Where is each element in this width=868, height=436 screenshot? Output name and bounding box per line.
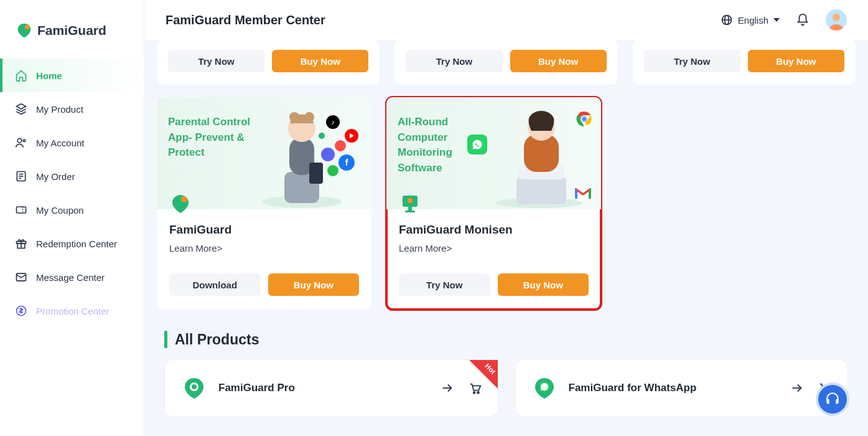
featured-card-famiguard: Parental Control App- Prevent & Protect [157, 97, 371, 310]
brand-name: FamiGuard [37, 23, 106, 38]
hero-banner: All-Round Computer Monitoring Software [386, 97, 601, 209]
mail-icon [15, 271, 27, 283]
svg-point-55 [477, 392, 479, 394]
headset-icon [824, 391, 841, 407]
svg-point-34 [327, 165, 338, 176]
sidebar-item-message[interactable]: Message Center [0, 260, 144, 294]
topbar: FamiGuard Member Center English [144, 0, 868, 40]
svg-point-54 [473, 392, 475, 394]
sidebar: FamiGuard Home My Product My Account My … [0, 0, 144, 436]
gift-icon [15, 237, 27, 250]
try-now-button[interactable]: Try Now [406, 50, 502, 72]
sidebar-item-home[interactable]: Home [0, 59, 144, 92]
product-card: Try Now Buy Now [157, 40, 380, 85]
sidebar-item-my-product[interactable]: My Product [0, 92, 144, 126]
svg-rect-50 [405, 211, 415, 212]
sidebar-item-label: My Product [36, 104, 83, 115]
try-now-button[interactable]: Try Now [399, 273, 490, 296]
product-title: FamiGuard [169, 223, 359, 237]
brand-logo[interactable]: FamiGuard [0, 0, 144, 59]
svg-point-45 [582, 117, 586, 121]
hot-badge: Hot [469, 360, 498, 389]
product-card: Try Now Buy Now [633, 40, 856, 85]
learn-more-link[interactable]: Learn More> [169, 243, 359, 254]
featured-row: Parental Control App- Prevent & Protect [157, 97, 856, 310]
logo-icon [15, 21, 34, 40]
sidebar-item-promotion[interactable]: Promotion Center [0, 294, 144, 328]
chrome-icon [576, 111, 592, 127]
child-phone-illustration: f ♪ [253, 103, 365, 209]
coupon-icon [15, 204, 27, 216]
whatsapp-icon [467, 135, 487, 154]
arrow-right-icon[interactable] [441, 381, 454, 395]
all-products-row: FamiGuard Pro Hot FamiGuard for WhatsApp [157, 359, 856, 417]
globe-icon [721, 14, 733, 26]
arrow-right-icon[interactable] [790, 381, 804, 395]
sidebar-item-label: Home [36, 70, 62, 81]
svg-text:f: f [345, 158, 348, 168]
svg-point-35 [319, 133, 325, 139]
sidebar-item-label: Redemption Center [36, 239, 117, 249]
bell-icon [796, 13, 810, 27]
layers-icon [15, 103, 27, 115]
user-icon [15, 136, 27, 149]
page-title: FamiGuard Member Center [166, 13, 325, 27]
sidebar-item-label: My Account [36, 138, 85, 148]
dollar-icon [15, 305, 27, 317]
download-button[interactable]: Download [169, 273, 261, 296]
sidebar-item-redemption[interactable]: Redemption Center [0, 227, 144, 260]
section-title: All Products [175, 331, 259, 348]
chat-support-button[interactable] [816, 382, 849, 416]
language-label: English [738, 15, 768, 26]
product-logo-icon [399, 193, 421, 216]
buy-now-button[interactable]: Buy Now [272, 50, 368, 72]
gmail-icon [574, 186, 592, 201]
product-card: Try Now Buy Now [394, 40, 617, 85]
svg-point-2 [23, 140, 25, 141]
svg-point-0 [25, 25, 30, 30]
sidebar-item-label: Message Center [36, 272, 105, 283]
language-selector[interactable]: English [721, 14, 780, 26]
try-now-button[interactable]: Try Now [168, 50, 264, 72]
section-accent-bar [164, 331, 167, 348]
featured-card-monisen: All-Round Computer Monitoring Software [386, 97, 601, 310]
svg-point-23 [289, 112, 299, 122]
product-name: FamiGuard Pro [218, 382, 295, 394]
svg-rect-25 [309, 163, 323, 184]
sidebar-item-my-account[interactable]: My Account [0, 126, 144, 159]
product-name: FamiGuard for WhatsApp [569, 382, 697, 394]
order-icon [15, 170, 27, 182]
svg-point-1 [17, 138, 22, 143]
svg-point-52 [192, 384, 197, 389]
main: FamiGuard Member Center English [144, 0, 868, 436]
all-product-card[interactable]: FamiGuard Pro Hot [164, 359, 498, 417]
chevron-down-icon [773, 18, 780, 22]
product-title: FamiGuard Monisen [399, 223, 589, 237]
section-header: All Products [164, 331, 856, 348]
product-icon [531, 375, 558, 401]
svg-rect-38 [516, 177, 566, 204]
svg-point-36 [181, 196, 187, 202]
sidebar-nav: Home My Product My Account My Order My C… [0, 59, 144, 328]
notifications-button[interactable] [796, 13, 810, 27]
avatar[interactable] [826, 9, 847, 31]
svg-rect-49 [408, 207, 412, 211]
try-now-button[interactable]: Try Now [644, 50, 740, 72]
product-icon [181, 375, 207, 401]
hero-illustration: f ♪ [253, 103, 365, 209]
svg-point-18 [833, 14, 840, 21]
sidebar-item-my-order[interactable]: My Order [0, 159, 144, 193]
avatar-icon [826, 9, 847, 31]
all-product-card[interactable]: FamiGuard for WhatsApp [515, 359, 849, 417]
buy-now-button[interactable]: Buy Now [748, 50, 844, 72]
hero-banner: Parental Control App- Prevent & Protect [157, 97, 371, 209]
learn-more-link[interactable]: Learn More> [399, 243, 589, 254]
svg-rect-7 [17, 207, 26, 213]
svg-point-32 [335, 140, 346, 151]
sidebar-item-my-coupon[interactable]: My Coupon [0, 193, 144, 227]
buy-now-button[interactable]: Buy Now [510, 50, 607, 72]
sidebar-item-label: My Order [36, 171, 75, 182]
svg-point-24 [304, 112, 314, 122]
buy-now-button[interactable]: Buy Now [498, 273, 589, 296]
buy-now-button[interactable]: Buy Now [268, 273, 360, 296]
